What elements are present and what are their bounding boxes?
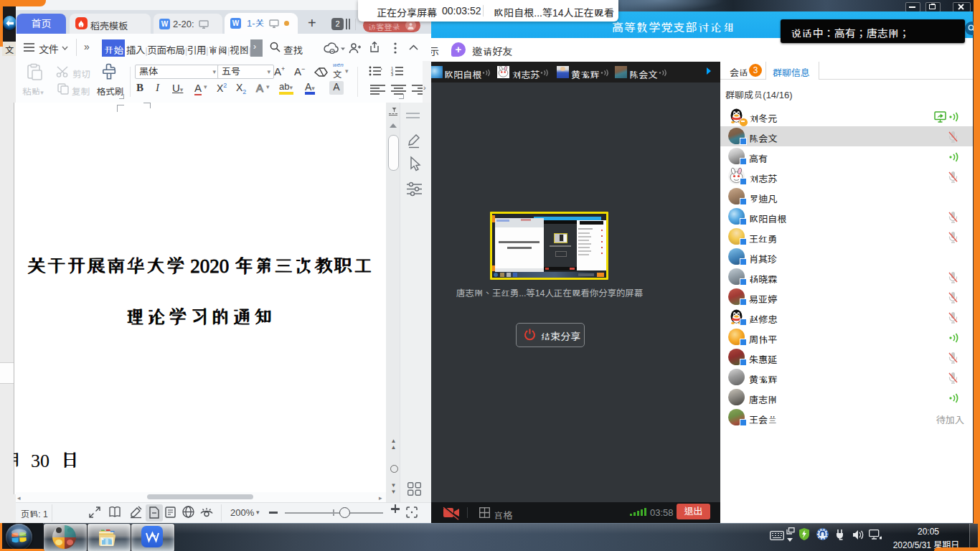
svg-text:3: 3 xyxy=(391,72,393,77)
